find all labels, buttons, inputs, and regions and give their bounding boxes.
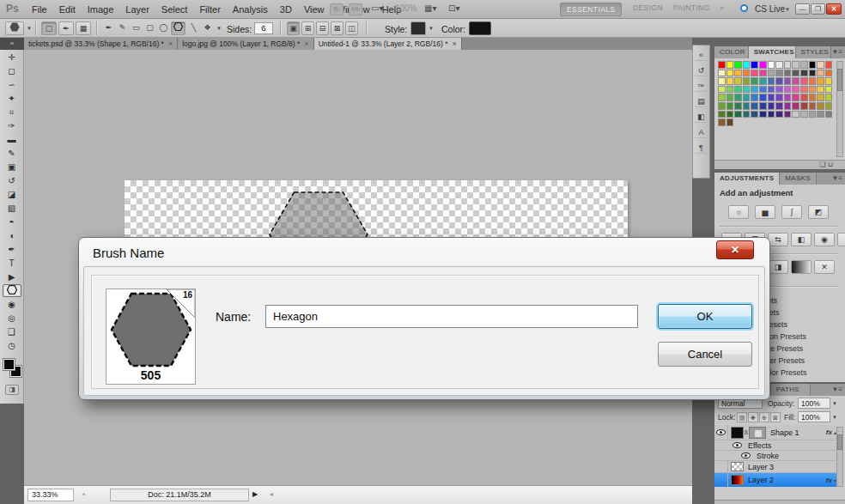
tab-swatches[interactable]: SWATCHES — [749, 46, 796, 58]
menu-item-image[interactable]: Image — [82, 0, 120, 19]
curves-icon[interactable]: ʃ — [781, 205, 802, 219]
swatch-color-52[interactable] — [792, 86, 799, 94]
layer-row-layer3[interactable]: Layer 3 — [714, 461, 839, 473]
rectangle-tool-icon[interactable]: ▭ — [130, 21, 143, 35]
swatch-color-28[interactable] — [825, 70, 833, 77]
black-white-icon[interactable]: ◧ — [791, 233, 812, 246]
menu-item-select[interactable]: Select — [155, 0, 194, 19]
swatch-color-36[interactable] — [775, 77, 783, 85]
ellipse-tool-icon[interactable]: ◯ — [157, 21, 170, 35]
swatch-color-34[interactable] — [759, 77, 767, 85]
swatch-color-13[interactable] — [817, 61, 824, 69]
swatch-color-78[interactable] — [775, 102, 783, 110]
swatch-color-45[interactable] — [734, 86, 742, 94]
workspace-painting[interactable]: PAINTING — [673, 3, 710, 12]
exclude-shape-icon[interactable]: ⊠ — [331, 21, 343, 35]
tool-preset-icon[interactable] — [5, 21, 24, 35]
swatch-color-31[interactable] — [734, 77, 742, 85]
opacity-value[interactable]: 100% — [798, 398, 830, 409]
swatch-color-50[interactable] — [775, 86, 783, 94]
lasso-tool[interactable]: ∽ — [3, 78, 21, 91]
photo-filter-icon[interactable]: ◉ — [814, 233, 835, 246]
swatch-color-89[interactable] — [751, 111, 758, 118]
swatch-color-21[interactable] — [768, 70, 775, 77]
bridge-icon[interactable]: Br — [330, 3, 343, 15]
document-tab-1[interactable]: tickets.psd @ 33.3% (Shape 1, RGB/16) *× — [24, 38, 178, 50]
swatch-color-8[interactable] — [775, 61, 783, 69]
visibility-toggle[interactable] — [714, 461, 728, 472]
swatch-color-87[interactable] — [734, 111, 742, 118]
style-swatch[interactable] — [410, 21, 426, 35]
swatch-color-29[interactable] — [718, 77, 726, 85]
combine-shape-icon[interactable]: ◫ — [345, 21, 358, 35]
swatch-color-16[interactable] — [726, 70, 734, 77]
intersect-shape-icon[interactable]: ⊟ — [316, 21, 329, 35]
swatch-color-46[interactable] — [743, 86, 751, 94]
lock-pixels-icon[interactable]: ✚ — [748, 412, 758, 422]
swatch-color-9[interactable] — [784, 61, 792, 69]
swatch-color-95[interactable] — [800, 111, 808, 118]
swatches-scrollbar[interactable] — [836, 61, 843, 157]
swatch-color-7[interactable] — [768, 61, 775, 69]
swatch-color-4[interactable] — [743, 61, 751, 69]
layer-row-layer2-selected[interactable]: Layer 2 fx ▾ — [714, 473, 839, 487]
swatch-color-24[interactable] — [792, 70, 799, 77]
layer-row-effects[interactable]: Effects — [714, 440, 839, 451]
clone-source-panel-icon[interactable]: ▤ — [695, 95, 708, 107]
3d-rotate-tool[interactable]: ◉ — [3, 298, 21, 311]
swatch-color-91[interactable] — [768, 111, 775, 118]
move-tool[interactable]: ✛ — [3, 51, 21, 64]
swatch-color-71[interactable] — [718, 102, 726, 110]
tab-close-icon[interactable]: × — [452, 39, 456, 48]
status-menu-arrow-icon[interactable]: ▶ — [252, 490, 258, 498]
fill-value[interactable]: 100% — [798, 411, 830, 422]
style-caret-icon[interactable]: ▼ — [429, 26, 434, 31]
swatch-color-99[interactable] — [718, 118, 726, 126]
minimize-button[interactable]: — — [795, 3, 810, 15]
swatch-color-59[interactable] — [734, 94, 742, 101]
swatch-color-6[interactable] — [759, 61, 767, 69]
swatch-color-12[interactable] — [809, 61, 817, 69]
swatch-color-72[interactable] — [726, 102, 734, 110]
swatch-color-88[interactable] — [743, 111, 751, 118]
hand-tool[interactable]: ❑ — [3, 325, 21, 338]
visibility-toggle[interactable] — [714, 473, 728, 487]
swatch-color-69[interactable] — [817, 94, 824, 101]
tab-paths[interactable]: PATHS — [771, 384, 811, 396]
swatch-color-20[interactable] — [759, 70, 767, 77]
mini-bridge-icon[interactable]: Mb — [349, 3, 362, 15]
swatch-color-76[interactable] — [759, 102, 767, 110]
tab-styles[interactable]: STYLES — [796, 46, 832, 58]
swatch-color-68[interactable] — [809, 94, 817, 101]
swatch-color-26[interactable] — [809, 70, 817, 77]
swatch-color-51[interactable] — [784, 86, 792, 94]
shape-tools-caret-icon[interactable]: ▼ — [216, 26, 222, 31]
menu-item-analysis[interactable]: Analysis — [227, 0, 274, 19]
menu-item-file[interactable]: File — [26, 0, 53, 19]
swatch-color-86[interactable] — [726, 111, 734, 118]
shape-layers-mode-icon[interactable]: ▢ — [41, 21, 57, 35]
swatch-color-11[interactable] — [800, 61, 808, 69]
swatch-color-23[interactable] — [784, 70, 792, 77]
swatch-color-37[interactable] — [784, 77, 792, 85]
eraser-tool[interactable]: ◪ — [3, 188, 21, 201]
swatch-color-10[interactable] — [792, 61, 799, 69]
freeform-pen-tool-icon[interactable]: ✎ — [116, 21, 129, 35]
swatch-color-3[interactable] — [734, 61, 742, 69]
swatch-color-32[interactable] — [743, 77, 751, 85]
swatch-color-33[interactable] — [751, 77, 758, 85]
sides-input[interactable]: 6 — [254, 22, 273, 34]
levels-icon[interactable]: ▅ — [755, 205, 775, 219]
tab-close-icon[interactable]: × — [168, 39, 173, 48]
paths-mode-icon[interactable]: ✒ — [58, 21, 74, 35]
swatch-color-73[interactable] — [734, 102, 742, 110]
zoom-tool[interactable]: ◷ — [3, 339, 21, 352]
swatch-color-62[interactable] — [759, 94, 767, 101]
arrange-documents-icon[interactable]: ▦▾ — [424, 3, 436, 13]
visibility-toggle[interactable] — [730, 440, 744, 450]
type-tool[interactable]: T — [3, 257, 21, 270]
pen-tool[interactable]: ✒ — [3, 243, 21, 256]
document-tab-3[interactable]: Untitled-1 @ 33.3% (Layer 2, RGB/16) *× — [314, 38, 462, 50]
swatch-color-47[interactable] — [751, 86, 758, 94]
swatch-color-90[interactable] — [759, 111, 767, 118]
